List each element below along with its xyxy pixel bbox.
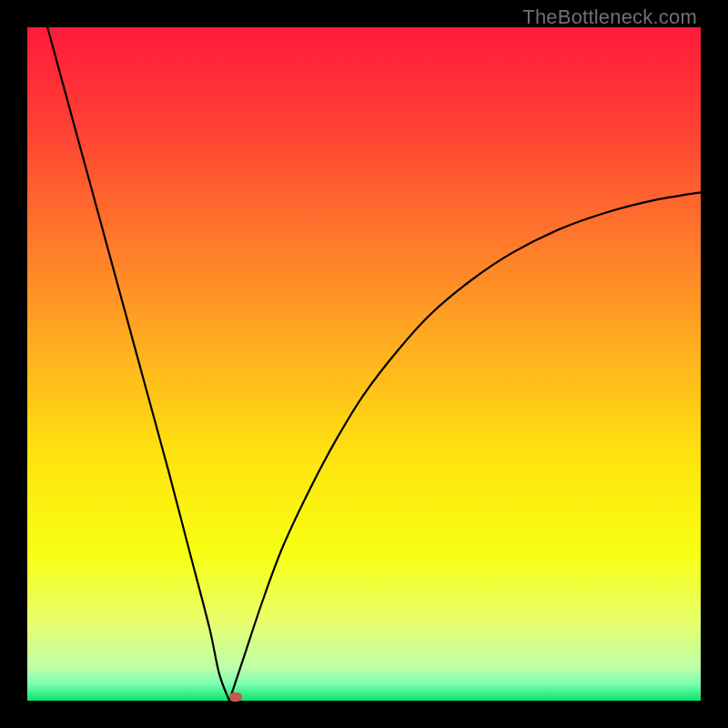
chart-frame <box>27 27 701 701</box>
chart-curve <box>27 27 701 701</box>
watermark-text: TheBottleneck.com <box>522 5 697 29</box>
